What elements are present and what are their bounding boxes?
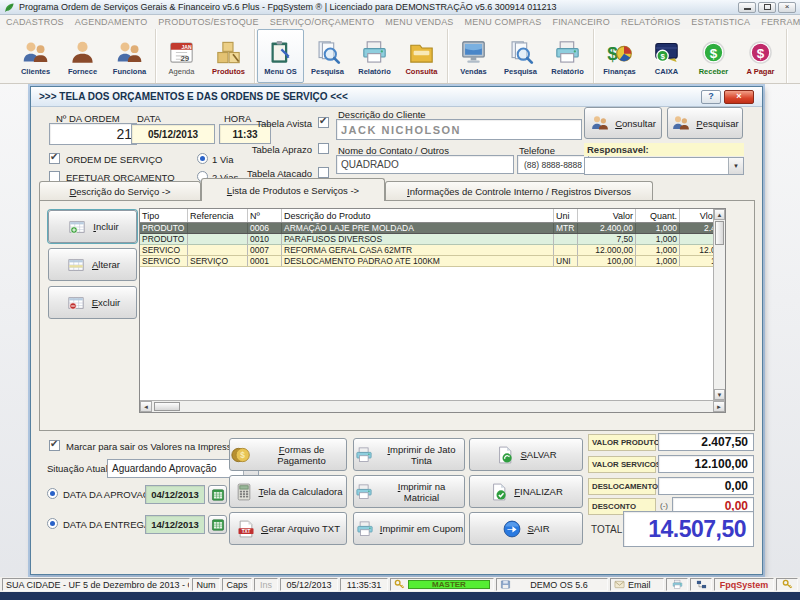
- toolbar-funcionarios[interactable]: Funciona: [106, 29, 153, 83]
- scroll-right-icon[interactable]: ►: [713, 401, 725, 412]
- toolbar-relatorio-os[interactable]: Relatório: [351, 29, 398, 83]
- close-icon[interactable]: ×: [778, 2, 796, 13]
- table-row[interactable]: PRODUTO 0010 PARAFUSOS DIVERSOS 7,50 1,0…: [140, 234, 713, 245]
- menu-ferramentas[interactable]: FERRAMENTAS: [761, 17, 800, 27]
- tabela-avista-checkbox[interactable]: [318, 117, 329, 128]
- scroll-down-icon[interactable]: ▼: [714, 389, 725, 400]
- txt-file-icon: [236, 519, 256, 539]
- toolbar-caixa[interactable]: CAIXA: [643, 29, 690, 83]
- sair-button[interactable]: SAIR: [469, 512, 583, 545]
- entrega-calendar-icon[interactable]: [208, 515, 227, 534]
- toolbar-a-pagar[interactable]: A Pagar: [737, 29, 784, 83]
- scroll-left-icon[interactable]: ◄: [140, 401, 152, 412]
- data-aprovacao-field[interactable]: 04/12/2013: [145, 485, 205, 504]
- chevron-down-icon: ▼: [728, 158, 743, 174]
- help-icon[interactable]: ?: [701, 90, 721, 104]
- excluir-button[interactable]: Excluir: [48, 286, 137, 319]
- bottom-strip: [0, 592, 800, 600]
- toolbar-pesquisa-os[interactable]: Pesquisa: [304, 29, 351, 83]
- status-email[interactable]: Email: [610, 578, 664, 591]
- menu-estatistica[interactable]: ESTATISTICA: [691, 17, 750, 27]
- table-row[interactable]: PRODUTO 0006 ARMAÇÃO LAJE PRE MOLDADA MT…: [140, 223, 713, 234]
- ordem-servico-label: ORDEM DE SERVIÇO: [66, 154, 162, 165]
- menu-servico-orcamento[interactable]: SERVIÇO/ORÇAMENTO: [270, 17, 375, 27]
- toolbar-agenda[interactable]: Agenda: [158, 29, 205, 83]
- imprimir-matricial-button[interactable]: Imprimir na Matricial: [353, 475, 465, 508]
- scrollbar-thumb[interactable]: [154, 402, 180, 411]
- aprovacao-calendar-icon[interactable]: [208, 485, 227, 504]
- status-network[interactable]: [690, 578, 712, 591]
- menu-vendas[interactable]: MENU VENDAS: [385, 17, 453, 27]
- coins-icon: [230, 445, 252, 465]
- tabela-aprazo-checkbox[interactable]: [318, 143, 329, 154]
- dollar-red-icon: [746, 39, 775, 66]
- data-aprovacao-radio[interactable]: [47, 488, 58, 499]
- via1-radio[interactable]: [197, 153, 208, 164]
- contact-field[interactable]: QUADRADO: [336, 155, 514, 174]
- tab-descricao-servico[interactable]: Descrição do Serviço ->: [39, 181, 201, 201]
- menu-financeiro[interactable]: FINANCEIRO: [552, 17, 610, 27]
- client-desc-field[interactable]: JACK NICHOLSON: [336, 119, 582, 140]
- menu-relatorios[interactable]: RELATÓRIOS: [621, 17, 680, 27]
- order-date-field[interactable]: 05/12/2013: [131, 124, 215, 144]
- restore-icon[interactable]: [758, 2, 776, 13]
- menu-cadastros[interactable]: CADASTROS: [6, 17, 64, 27]
- incluir-button[interactable]: Incluir: [48, 210, 137, 243]
- menu-compras[interactable]: MENU COMPRAS: [465, 17, 542, 27]
- toolbar-clientes[interactable]: Clientes: [12, 29, 59, 83]
- pesquisar-button[interactable]: Pesquisar: [667, 107, 743, 139]
- scrollbar-thumb[interactable]: [715, 221, 724, 245]
- table-row[interactable]: SERVICO 0007 REFORMA GERAL CASA 62MTR 12…: [140, 245, 713, 256]
- status-printer[interactable]: [666, 578, 688, 591]
- ordem-servico-checkbox[interactable]: [49, 153, 60, 164]
- menu-produtos-estoque[interactable]: PRODUTOS/ESTOQUE: [158, 17, 258, 27]
- folder-icon: [407, 39, 436, 66]
- grid-plus-icon: [66, 218, 88, 236]
- gerar-txt-button[interactable]: Gerar Arquivo TXT: [229, 512, 347, 545]
- formas-pagamento-button[interactable]: Formas de Pagamento: [229, 438, 347, 471]
- disk-icon: [500, 579, 511, 590]
- toolbar-cartas[interactable]: Cartas: [789, 29, 800, 83]
- status-version: DEMO OS 5.6: [496, 578, 608, 591]
- toolbar-menu-os[interactable]: Menu OS: [257, 29, 304, 83]
- tabela-atacado-checkbox[interactable]: [318, 167, 329, 178]
- toolbar-produtos[interactable]: Produtos: [205, 29, 252, 83]
- toolbar-receber[interactable]: Receber: [690, 29, 737, 83]
- monitor-icon: [459, 39, 488, 66]
- valor-produtos-label: VALOR PRODUTOS: [588, 434, 656, 451]
- finalizar-button[interactable]: FINALIZAR: [469, 475, 583, 508]
- imprimir-cupom-button[interactable]: Imprimir em Cupom: [353, 512, 465, 545]
- scroll-up-icon[interactable]: ▲: [714, 209, 725, 220]
- minimize-icon[interactable]: [738, 2, 756, 13]
- data-entrega-field[interactable]: 14/12/2013: [145, 515, 205, 534]
- close-icon[interactable]: ×: [724, 90, 754, 104]
- tab-informacoes-controle[interactable]: Informações de Controle Interno / Regist…: [385, 181, 653, 201]
- toolbar-consulta[interactable]: Consulta: [398, 29, 445, 83]
- clipboard-icon: [266, 39, 295, 66]
- valor-servicos-value: 12.100,00: [658, 455, 754, 473]
- consultar-button[interactable]: Consultar: [584, 107, 662, 139]
- horizontal-scrollbar[interactable]: ◄ ►: [140, 400, 725, 412]
- printer-icon: [355, 520, 375, 538]
- order-number-field[interactable]: 21: [49, 123, 137, 145]
- salvar-button[interactable]: SALVAR: [469, 438, 583, 471]
- menu-agendamento[interactable]: AGENDAMENTO: [75, 17, 148, 27]
- toolbar-fornecedores[interactable]: Fornece: [59, 29, 106, 83]
- table-row[interactable]: SERVICO SERVIÇO 0001 DESLOCAMENTO PADRAO…: [140, 256, 713, 267]
- tab-lista-produtos[interactable]: Lista de Produtos e Serviços ->: [201, 178, 385, 201]
- phone-field[interactable]: (88) 8888-8888: [517, 155, 589, 174]
- data-entrega-radio[interactable]: [47, 518, 58, 529]
- marcar-valores-checkbox[interactable]: [49, 440, 60, 451]
- alterar-button[interactable]: Alterar: [48, 248, 137, 281]
- vertical-scrollbar[interactable]: ▲ ▼: [713, 209, 725, 400]
- calculadora-button[interactable]: Tela da Calculadora: [229, 475, 347, 508]
- total-value: 14.507,50: [623, 511, 754, 547]
- toolbar-pesquisa-vendas[interactable]: Pesquisa: [497, 29, 544, 83]
- toolbar-vendas[interactable]: Vendas: [450, 29, 497, 83]
- products-table: Tipo Referencia Nº Descrição do Produto …: [139, 208, 726, 413]
- printer-icon: [672, 579, 683, 590]
- responsavel-select[interactable]: ▼: [584, 157, 744, 175]
- toolbar-financas[interactable]: Finanças: [596, 29, 643, 83]
- toolbar-relatorio-vendas[interactable]: Relatório: [544, 29, 591, 83]
- imprimir-jato-button[interactable]: Imprimir de Jato Tinta: [353, 438, 465, 471]
